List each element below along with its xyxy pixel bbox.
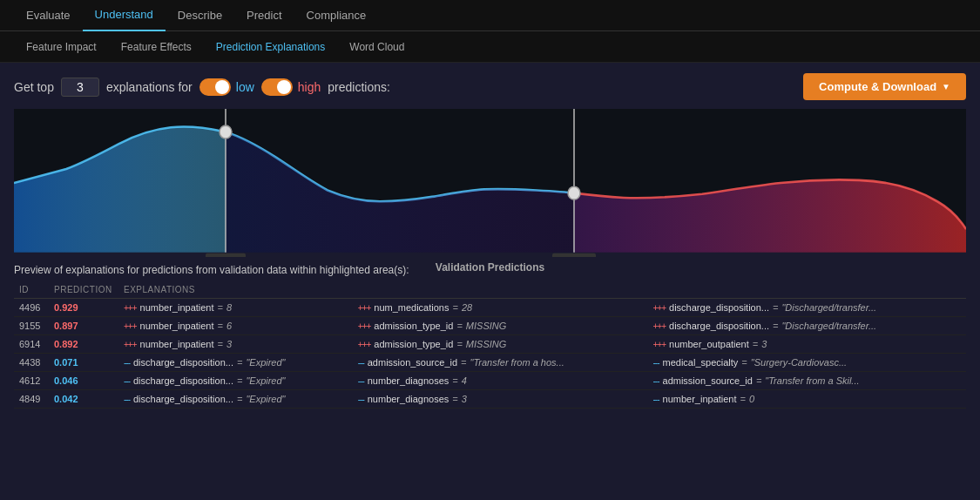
nav-predict[interactable]: Predict (234, 0, 294, 31)
predictions-suffix: predictions: (328, 80, 390, 94)
subnav-feature-impact[interactable]: Feature Impact (14, 31, 109, 63)
feature-op: = (237, 357, 242, 368)
row-id: 6914 (14, 335, 49, 354)
low-toggle-group: low (199, 78, 254, 96)
table-row: 4496 0.929 +++ number_inpatient = 8 +++ … (14, 299, 966, 317)
row-id: 9155 (14, 317, 49, 335)
controls-row: Get top explanations for low (14, 73, 966, 100)
top-n-input[interactable] (61, 78, 99, 97)
subnav-feature-effects[interactable]: Feature Effects (109, 31, 204, 63)
row-id: 4849 (14, 390, 49, 409)
sign-icon: --- (358, 358, 364, 368)
expl-cell: --- discharge_disposition... = "Expired" (118, 354, 353, 372)
nav-compliance[interactable]: Compliance (294, 0, 379, 31)
feature-name: number_inpatient (663, 394, 737, 404)
compute-btn-label: Compute & Download (819, 80, 936, 93)
svg-point-4 (220, 125, 232, 139)
feature-op: = (218, 302, 223, 313)
feature-name: number_inpatient (140, 321, 214, 331)
compute-download-button[interactable]: Compute & Download ▼ (803, 73, 966, 100)
table-row: 9155 0.897 +++ number_inpatient = 6 +++ … (14, 317, 966, 335)
expl-cell: --- number_diagnoses = 3 (353, 390, 648, 409)
sign-icon: +++ (358, 303, 371, 313)
expl-cell: --- discharge_disposition... = "Expired" (118, 372, 353, 390)
low-toggle[interactable] (199, 78, 231, 96)
nav-describe[interactable]: Describe (166, 0, 234, 31)
feature-op: = (218, 339, 223, 349)
expl-cell: +++ number_inpatient = 6 (118, 317, 353, 335)
svg-point-6 (568, 186, 580, 199)
table-header-row: ID PREDICTION EXPLANATIONS (14, 281, 966, 299)
feature-op: = (740, 394, 746, 404)
expl-cell: +++ number_outpatient = 3 (648, 335, 966, 354)
sign-icon: --- (124, 376, 130, 386)
expl-cell: --- admission_source_id = "Transfer from… (648, 372, 966, 390)
feature-value: "Expired" (246, 394, 285, 404)
expl-cell: --- number_inpatient = 0 (648, 390, 966, 409)
sign-icon: --- (653, 358, 659, 368)
table-row: 6914 0.892 +++ number_inpatient = 3 +++ … (14, 335, 966, 354)
feature-op: = (452, 375, 457, 386)
col-header-prediction: PREDICTION (49, 281, 118, 299)
feature-value: "Discharged/transfer... (781, 302, 876, 313)
feature-op: = (237, 394, 242, 404)
feature-value: 4 (462, 375, 467, 386)
feature-name: num_medications (374, 302, 449, 313)
feature-name: admission_type_id (374, 321, 453, 331)
feature-name: medical_specialty (663, 357, 739, 368)
feature-value: 0 (749, 394, 754, 404)
feature-value: 6 (226, 321, 232, 331)
row-id: 4612 (14, 372, 49, 390)
nav-understand[interactable]: Understand (83, 0, 166, 31)
sign-icon: --- (653, 376, 659, 386)
table-row: 4438 0.071 --- discharge_disposition... … (14, 354, 966, 372)
top-navigation: Evaluate Understand Describe Predict Com… (0, 0, 980, 31)
feature-name: number_diagnoses (368, 394, 449, 404)
subnav-word-cloud[interactable]: Word Cloud (337, 31, 416, 63)
feature-name: number_inpatient (140, 339, 214, 349)
feature-value: MISSING (466, 339, 506, 349)
row-id: 4496 (14, 299, 49, 317)
sign-icon: +++ (358, 321, 371, 331)
feature-value: "Discharged/transfer... (781, 321, 876, 331)
sign-icon: --- (653, 395, 659, 404)
feature-op: = (773, 302, 778, 313)
feature-value: "Transfer from a Skil... (765, 375, 859, 386)
prediction-chart[interactable]: 0.0 0.2 0.5 0.612 1.0 Validation Predict… (14, 109, 966, 257)
feature-name: discharge_disposition... (133, 375, 233, 386)
row-prediction: 0.892 (49, 335, 118, 354)
feature-op: = (741, 357, 747, 368)
row-prediction: 0.046 (49, 372, 118, 390)
feature-op: = (218, 321, 223, 331)
expl-cell: --- discharge_disposition... = "Expired" (118, 390, 353, 409)
get-top-label: Get top (14, 80, 54, 94)
feature-value: "Transfer from a hos... (470, 357, 564, 368)
sign-icon: --- (358, 376, 364, 386)
col-header-explanations: EXPLANATIONS (118, 281, 966, 299)
feature-name: discharge_disposition... (669, 321, 769, 331)
feature-name: number_diagnoses (368, 375, 449, 386)
expl-cell: +++ num_medications = 28 (353, 299, 648, 317)
table-row: 4612 0.046 --- discharge_disposition... … (14, 372, 966, 390)
explanations-table: ID PREDICTION EXPLANATIONS 4496 0.929 ++… (14, 281, 966, 409)
sign-icon: +++ (653, 340, 666, 349)
feature-name: admission_source_id (368, 357, 457, 368)
chevron-down-icon: ▼ (942, 82, 950, 91)
expl-cell: +++ discharge_disposition... = "Discharg… (648, 299, 966, 317)
subnav-prediction-explanations[interactable]: Prediction Explanations (204, 31, 337, 63)
sign-icon: +++ (653, 303, 666, 313)
feature-value: 28 (462, 302, 472, 313)
sub-navigation: Feature Impact Feature Effects Predictio… (0, 31, 980, 63)
nav-evaluate[interactable]: Evaluate (14, 0, 83, 31)
svg-text:0.612: 0.612 (562, 256, 585, 257)
feature-value: MISSING (466, 321, 506, 331)
sign-icon: +++ (124, 303, 137, 313)
feature-name: discharge_disposition... (133, 394, 233, 404)
high-toggle[interactable] (261, 78, 293, 96)
controls-left: Get top explanations for low (14, 78, 390, 97)
sign-icon: +++ (358, 340, 371, 349)
feature-value: 3 (761, 339, 767, 349)
sign-icon: --- (124, 395, 130, 404)
sign-icon: +++ (124, 340, 137, 349)
expl-cell: +++ number_inpatient = 3 (118, 335, 353, 354)
